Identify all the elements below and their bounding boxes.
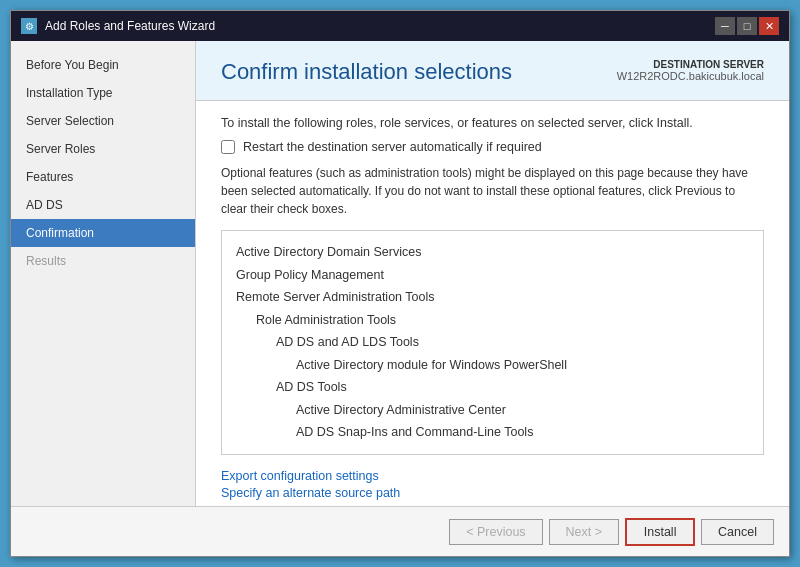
links-area: Export configuration settings Specify an… — [221, 469, 764, 500]
sidebar-item-server-roles[interactable]: Server Roles — [11, 135, 195, 163]
footer: < Previous Next > Install Cancel — [11, 506, 789, 556]
restart-checkbox[interactable] — [221, 140, 235, 154]
window-title: Add Roles and Features Wizard — [45, 19, 215, 33]
features-list-box: Active Directory Domain Services Group P… — [221, 230, 764, 455]
restart-checkbox-row: Restart the destination server automatic… — [221, 140, 764, 154]
feature-item-5: Active Directory module for Windows Powe… — [236, 354, 749, 377]
optional-note: Optional features (such as administratio… — [221, 164, 764, 218]
alternate-source-link[interactable]: Specify an alternate source path — [221, 486, 764, 500]
maximize-button[interactable]: □ — [737, 17, 757, 35]
feature-item-8: AD DS Snap-Ins and Command-Line Tools — [236, 421, 749, 444]
title-bar-left: ⚙ Add Roles and Features Wizard — [21, 18, 215, 34]
sidebar-item-features[interactable]: Features — [11, 163, 195, 191]
feature-item-7: Active Directory Administrative Center — [236, 399, 749, 422]
destination-server-label: DESTINATION SERVER — [617, 59, 764, 70]
window-icon: ⚙ — [21, 18, 37, 34]
feature-item-4: AD DS and AD LDS Tools — [236, 331, 749, 354]
page-title: Confirm installation selections — [221, 59, 512, 85]
window-icon-symbol: ⚙ — [25, 21, 34, 32]
previous-button[interactable]: < Previous — [449, 519, 542, 545]
cancel-button[interactable]: Cancel — [701, 519, 774, 545]
next-button[interactable]: Next > — [549, 519, 619, 545]
feature-item-3: Role Administration Tools — [236, 309, 749, 332]
destination-server-info: DESTINATION SERVER W12R2RODC.bakicubuk.l… — [617, 59, 764, 82]
feature-item-1: Group Policy Management — [236, 264, 749, 287]
feature-item-6: AD DS Tools — [236, 376, 749, 399]
sidebar-item-server-selection[interactable]: Server Selection — [11, 107, 195, 135]
sidebar-item-results: Results — [11, 247, 195, 275]
sidebar-item-before-you-begin[interactable]: Before You Begin — [11, 51, 195, 79]
minimize-button[interactable]: ─ — [715, 17, 735, 35]
close-button[interactable]: ✕ — [759, 17, 779, 35]
main-content: Confirm installation selections DESTINAT… — [196, 41, 789, 506]
wizard-window: ⚙ Add Roles and Features Wizard ─ □ ✕ Be… — [10, 10, 790, 557]
restart-checkbox-label: Restart the destination server automatic… — [243, 140, 542, 154]
install-note: To install the following roles, role ser… — [221, 116, 764, 130]
title-bar-controls: ─ □ ✕ — [715, 17, 779, 35]
main-body: To install the following roles, role ser… — [196, 101, 789, 506]
title-bar: ⚙ Add Roles and Features Wizard ─ □ ✕ — [11, 11, 789, 41]
content-area: Before You Begin Installation Type Serve… — [11, 41, 789, 506]
install-button[interactable]: Install — [625, 518, 695, 546]
feature-item-0: Active Directory Domain Services — [236, 241, 749, 264]
sidebar-item-confirmation[interactable]: Confirmation — [11, 219, 195, 247]
feature-item-2: Remote Server Administration Tools — [236, 286, 749, 309]
destination-server-name: W12R2RODC.bakicubuk.local — [617, 70, 764, 82]
sidebar-item-ad-ds[interactable]: AD DS — [11, 191, 195, 219]
sidebar: Before You Begin Installation Type Serve… — [11, 41, 196, 506]
export-config-link[interactable]: Export configuration settings — [221, 469, 764, 483]
main-header: Confirm installation selections DESTINAT… — [196, 41, 789, 101]
sidebar-item-installation-type[interactable]: Installation Type — [11, 79, 195, 107]
